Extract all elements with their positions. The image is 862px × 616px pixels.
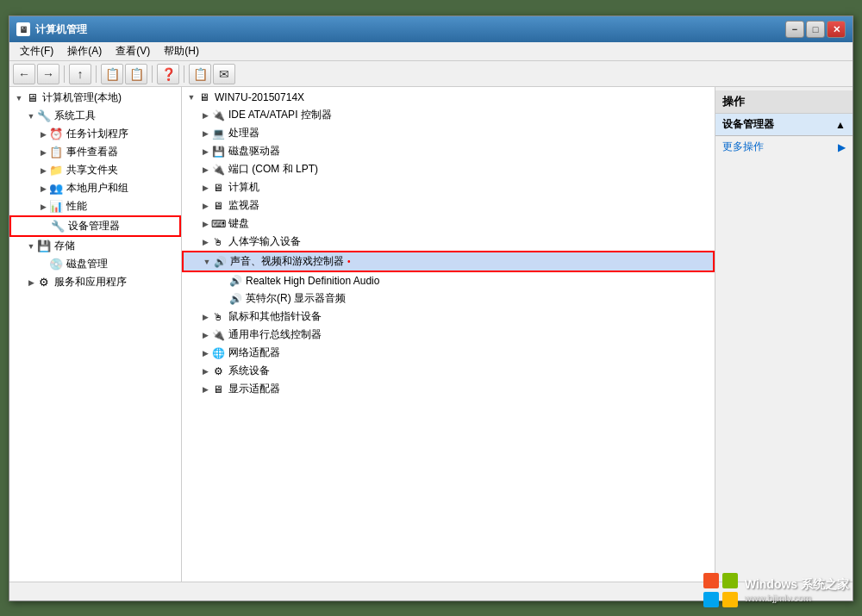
expand-computer[interactable]: ▶: [199, 182, 211, 194]
tree-item-share[interactable]: ▶ 📁 共享文件夹: [9, 161, 181, 179]
expand-share[interactable]: ▶: [37, 165, 49, 177]
expand-intel-audio[interactable]: [216, 293, 228, 305]
device-ide[interactable]: ▶ 🔌 IDE ATA/ATAPI 控制器: [182, 106, 715, 124]
show-hide-button[interactable]: 📋: [101, 64, 123, 84]
close-button[interactable]: ✕: [827, 21, 846, 38]
label-hid: 人体学输入设备: [228, 234, 301, 249]
expand-realtek[interactable]: [216, 275, 228, 287]
expand-display[interactable]: ▶: [199, 383, 211, 395]
menu-view[interactable]: 查看(V): [109, 42, 157, 60]
tree-item-task[interactable]: ▶ ⏰ 任务计划程序: [9, 125, 181, 143]
expand-sys[interactable]: ▶: [199, 365, 211, 377]
label-task: 任务计划程序: [66, 127, 128, 141]
device-realtek[interactable]: 🔊 Realtek High Definition Audio: [182, 272, 715, 289]
device-monitor[interactable]: ▶ 🖥 监视器: [182, 196, 715, 215]
device-ports[interactable]: ▶ 🔌 端口 (COM 和 LPT): [182, 160, 715, 178]
actions-title: 操作: [715, 90, 853, 114]
tree-item-service[interactable]: ▶ ⚙ 服务和应用程序: [9, 273, 181, 291]
minimize-button[interactable]: −: [785, 21, 804, 38]
expand-hid[interactable]: ▶: [199, 236, 211, 248]
mail-button[interactable]: ✉: [213, 64, 235, 84]
action-more-label: 更多操作: [722, 140, 764, 154]
expand-storage[interactable]: ▼: [25, 240, 37, 252]
icon-ports: 🔌: [211, 163, 225, 177]
expand-users[interactable]: ▶: [37, 183, 49, 195]
device-computer[interactable]: ▶ 🖥 计算机: [182, 178, 715, 196]
expand-sound[interactable]: ▼: [201, 256, 213, 268]
expand-keyboard[interactable]: ▶: [199, 218, 211, 230]
device-keyboard[interactable]: ▶ ⌨ 键盘: [182, 215, 715, 233]
expand-ide[interactable]: ▶: [199, 109, 211, 121]
logo-tr: [722, 573, 738, 588]
device-network[interactable]: ▶ 🌐 网络适配器: [182, 344, 715, 362]
main-content: ▼ 🖥 计算机管理(本地) ▼ 🔧 系统工具 ▶ ⏰ 任务计划程序 ▶ 📋 事件…: [9, 87, 853, 582]
branding-title: Windows 系统之家: [745, 577, 849, 593]
device-sound[interactable]: ▼ 🔊 声音、视频和游戏控制器 •: [182, 251, 715, 272]
logo-tl: [703, 573, 719, 588]
expand-event[interactable]: ▶: [37, 146, 49, 159]
windows-branding: Windows 系统之家 www.bjjmlv.com: [703, 573, 849, 607]
forward-button[interactable]: →: [37, 64, 59, 84]
icon-network: 🌐: [211, 346, 225, 360]
expand-devmgr[interactable]: [39, 221, 51, 233]
tree-item-storage[interactable]: ▼ 💾 存储: [9, 237, 181, 255]
icon-share: 📁: [49, 164, 63, 177]
properties-button[interactable]: 📋: [125, 64, 147, 84]
toolbar-separator-4: [184, 65, 184, 83]
help-button[interactable]: ❓: [157, 64, 179, 84]
tree-item-perf[interactable]: ▶ 📊 性能: [9, 197, 181, 215]
tree-item-system-tools[interactable]: ▼ 🔧 系统工具: [9, 107, 181, 125]
icon-users: 👥: [49, 182, 63, 196]
device-drives[interactable]: ▶ 💾 磁盘驱动器: [182, 142, 715, 160]
maximize-button[interactable]: □: [806, 21, 825, 38]
title-bar-controls: − □ ✕: [785, 21, 846, 38]
expand-service[interactable]: ▶: [25, 277, 37, 289]
device-mouse[interactable]: ▶ 🖱 鼠标和其他指针设备: [182, 308, 715, 326]
branding-text-container: Windows 系统之家 www.bjjmlv.com: [745, 577, 849, 603]
expand-mouse[interactable]: ▶: [199, 311, 211, 323]
menu-file[interactable]: 文件(F): [13, 42, 60, 60]
label-event: 事件查看器: [66, 145, 118, 159]
expand-root[interactable]: ▼: [13, 92, 25, 104]
device-root[interactable]: ▼ 🖥 WIN7U-20150714X: [182, 89, 715, 106]
expand-task[interactable]: ▶: [37, 128, 49, 140]
back-button[interactable]: ←: [13, 64, 35, 84]
tree-item-event[interactable]: ▶ 📋 事件查看器: [9, 143, 181, 161]
expand-network[interactable]: ▶: [199, 347, 211, 359]
device-hid[interactable]: ▶ 🖱 人体学输入设备: [182, 233, 715, 251]
icon-ide: 🔌: [211, 109, 225, 122]
label-usb: 通用串行总线控制器: [228, 327, 322, 342]
icon-event: 📋: [49, 146, 63, 159]
expand-usb[interactable]: ▶: [199, 329, 211, 341]
tree-item-devmgr[interactable]: 🔧 设备管理器: [9, 215, 181, 237]
icon-devmgr: 🔧: [51, 220, 65, 233]
action-devmgr[interactable]: 设备管理器 ▲: [715, 114, 853, 136]
tree-item-root[interactable]: ▼ 🖥 计算机管理(本地): [9, 89, 181, 107]
expand-perf[interactable]: ▶: [37, 201, 49, 213]
expand-device-root[interactable]: ▼: [185, 91, 197, 103]
up-button[interactable]: ↑: [69, 64, 91, 84]
expand-disk[interactable]: [37, 258, 49, 271]
device-usb[interactable]: ▶ 🔌 通用串行总线控制器: [182, 326, 715, 344]
label-computer: 计算机: [228, 180, 259, 195]
window-icon: 🖥: [16, 22, 30, 36]
menu-help[interactable]: 帮助(H): [157, 42, 206, 60]
expand-system-tools[interactable]: ▼: [25, 110, 37, 122]
device-display[interactable]: ▶ 🖥 显示适配器: [182, 380, 715, 398]
device-sys[interactable]: ▶ ⚙ 系统设备: [182, 362, 715, 380]
action-more[interactable]: 更多操作 ▶: [715, 136, 853, 158]
menu-action[interactable]: 操作(A): [60, 42, 109, 60]
tree-item-users[interactable]: ▶ 👥 本地用户和组: [9, 179, 181, 197]
export-button[interactable]: 📋: [189, 64, 211, 84]
expand-drives[interactable]: ▶: [199, 146, 211, 158]
label-keyboard: 键盘: [228, 216, 249, 231]
expand-cpu[interactable]: ▶: [199, 128, 211, 140]
device-intel-audio[interactable]: 🔊 英特尔(R) 显示器音频: [182, 289, 715, 308]
device-cpu[interactable]: ▶ 💻 处理器: [182, 124, 715, 142]
action-devmgr-arrow: ▲: [835, 119, 846, 131]
window-title: 计算机管理: [35, 22, 785, 37]
expand-monitor[interactable]: ▶: [199, 200, 211, 212]
expand-ports[interactable]: ▶: [199, 164, 211, 176]
tree-item-disk[interactable]: 💿 磁盘管理: [9, 255, 181, 273]
icon-sys: ⚙: [211, 364, 225, 378]
